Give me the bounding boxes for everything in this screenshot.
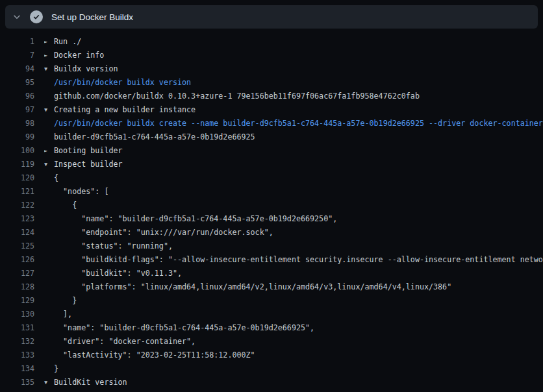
log-line[interactable]: 1 ► Run ./ bbox=[0, 35, 543, 49]
line-text: Run ./ bbox=[54, 35, 81, 49]
line-number[interactable]: 123 bbox=[0, 212, 34, 226]
log-line: 123 "name": "builder-d9cfb5a1-c764-445a-… bbox=[0, 212, 543, 226]
line-number[interactable]: 133 bbox=[0, 349, 34, 362]
line-text: "buildkitd-flags": "--allow-insecure-ent… bbox=[54, 253, 543, 267]
log-line[interactable]: 119 ▼ Inspect builder bbox=[0, 158, 543, 171]
line-text: Buildx version bbox=[54, 62, 118, 76]
line-content: ► Run ./ bbox=[44, 35, 543, 49]
line-text: "buildkit": "v0.11.3", bbox=[54, 267, 182, 280]
log-line[interactable]: 7 ► Docker info bbox=[0, 49, 543, 62]
line-number[interactable]: 127 bbox=[0, 267, 34, 280]
group-toggle-icon[interactable]: ▼ bbox=[44, 158, 54, 171]
line-number[interactable]: 121 bbox=[0, 185, 34, 199]
line-content: ▼ Inspect builder bbox=[44, 158, 543, 171]
log-line: 120 { bbox=[0, 171, 543, 185]
line-text: builder-d9cfb5a1-c764-445a-a57e-0b19d2e6… bbox=[54, 130, 255, 144]
line-number[interactable]: 125 bbox=[0, 239, 34, 253]
line-content: "lastActivity": "2023-02-25T11:58:12.000… bbox=[44, 349, 543, 362]
line-number[interactable]: 134 bbox=[0, 362, 34, 376]
group-toggle-icon[interactable]: ► bbox=[44, 144, 54, 158]
line-number[interactable]: 136 bbox=[0, 389, 34, 392]
line-number[interactable]: 100 bbox=[0, 144, 34, 158]
step-header[interactable]: Set up Docker Buildx bbox=[5, 5, 538, 29]
group-toggle-icon[interactable]: ▼ bbox=[44, 376, 54, 389]
line-text: github.com/docker/buildx 0.10.3+azure-1 … bbox=[54, 90, 420, 103]
log-line[interactable]: 94 ▼ Buildx version bbox=[0, 62, 543, 76]
line-number[interactable]: 128 bbox=[0, 280, 34, 294]
log-line[interactable]: 135 ▼ BuildKit version bbox=[0, 376, 543, 389]
line-text: Booting builder bbox=[54, 144, 123, 158]
log-line: 131 "name": "builder-d9cfb5a1-c764-445a-… bbox=[0, 321, 543, 335]
chevron-down-icon[interactable] bbox=[12, 12, 22, 22]
line-number[interactable]: 130 bbox=[0, 308, 34, 321]
line-content: { bbox=[44, 199, 543, 212]
line-number[interactable]: 132 bbox=[0, 335, 34, 349]
line-number[interactable]: 122 bbox=[0, 199, 34, 212]
line-content: ▼ BuildKit version bbox=[44, 376, 543, 389]
line-content: builder-d9cfb5a1-c764-445a-a57e-0b19d2e6… bbox=[44, 130, 543, 144]
log-line: 121 "nodes": [ bbox=[0, 185, 543, 199]
line-text: ], bbox=[54, 308, 72, 321]
log-line: 128 "platforms": "linux/amd64,linux/amd6… bbox=[0, 280, 543, 294]
line-content: ► Docker info bbox=[44, 49, 543, 62]
line-number[interactable]: 126 bbox=[0, 253, 34, 267]
log-line: 96 github.com/docker/buildx 0.10.3+azure… bbox=[0, 90, 543, 103]
line-text: "status": "running", bbox=[54, 239, 173, 253]
line-content: "nodes": [ bbox=[44, 185, 543, 199]
line-number[interactable]: 97 bbox=[0, 103, 34, 117]
log-line[interactable]: 100 ► Booting builder bbox=[0, 144, 543, 158]
line-number[interactable]: 124 bbox=[0, 226, 34, 239]
line-number[interactable]: 95 bbox=[0, 76, 34, 90]
line-content: "name": "builder-d9cfb5a1-c764-445a-a57e… bbox=[44, 321, 543, 335]
group-toggle-icon[interactable]: ▼ bbox=[44, 103, 54, 117]
line-text: "lastActivity": "2023-02-25T11:58:12.000… bbox=[54, 349, 255, 362]
line-text: Inspect builder bbox=[54, 158, 123, 171]
line-number[interactable]: 7 bbox=[0, 49, 34, 62]
group-toggle-icon[interactable]: ▼ bbox=[44, 62, 54, 76]
log-line: 126 "buildkitd-flags": "--allow-insecure… bbox=[0, 253, 543, 267]
line-text: Creating a new builder instance bbox=[54, 103, 196, 117]
log-line: 127 "buildkit": "v0.11.3", bbox=[0, 267, 543, 280]
line-text: "name": "builder-d9cfb5a1-c764-445a-a57e… bbox=[54, 212, 337, 226]
line-number[interactable]: 131 bbox=[0, 321, 34, 335]
line-content: "status": "running", bbox=[44, 239, 543, 253]
check-circle-icon bbox=[30, 10, 43, 23]
line-text: } bbox=[54, 362, 58, 376]
line-number[interactable]: 96 bbox=[0, 90, 34, 103]
line-number[interactable]: 135 bbox=[0, 376, 34, 389]
line-number[interactable]: 98 bbox=[0, 117, 34, 130]
line-text: } bbox=[54, 294, 77, 308]
log-lines: 1 ► Run ./ 7 ► Docker info 94 ▼ Buildx v… bbox=[0, 35, 543, 392]
group-toggle-icon[interactable]: ► bbox=[44, 35, 54, 49]
log-line: 133 "lastActivity": "2023-02-25T11:58:12… bbox=[0, 349, 543, 362]
line-content: "buildkit": "v0.11.3", bbox=[44, 267, 543, 280]
line-text: builder-d9cfb5a1-c764-445a-a57e-0b19d2e6… bbox=[54, 389, 301, 392]
line-number[interactable]: 119 bbox=[0, 158, 34, 171]
line-number[interactable]: 99 bbox=[0, 130, 34, 144]
line-number[interactable]: 120 bbox=[0, 171, 34, 185]
line-content: /usr/bin/docker buildx version bbox=[44, 76, 543, 90]
line-content: ► Booting builder bbox=[44, 144, 543, 158]
log-line: 134 } bbox=[0, 362, 543, 376]
log-line[interactable]: 97 ▼ Creating a new builder instance bbox=[0, 103, 543, 117]
line-content: { bbox=[44, 171, 543, 185]
line-number[interactable]: 1 bbox=[0, 35, 34, 49]
line-content: /usr/bin/docker buildx create --name bui… bbox=[44, 117, 543, 130]
line-content: github.com/docker/buildx 0.10.3+azure-1 … bbox=[44, 90, 543, 103]
log-line: 129 } bbox=[0, 294, 543, 308]
line-content: ▼ Creating a new builder instance bbox=[44, 103, 543, 117]
line-content: ], bbox=[44, 308, 543, 321]
line-text: "platforms": "linux/amd64,linux/amd64/v2… bbox=[54, 280, 451, 294]
group-toggle-icon[interactable]: ► bbox=[44, 49, 54, 62]
log-line: 125 "status": "running", bbox=[0, 239, 543, 253]
line-number[interactable]: 129 bbox=[0, 294, 34, 308]
line-content: "platforms": "linux/amd64,linux/amd64/v2… bbox=[44, 280, 543, 294]
log-line: 122 { bbox=[0, 199, 543, 212]
line-content: ▼ Buildx version bbox=[44, 62, 543, 76]
line-content: builder-d9cfb5a1-c764-445a-a57e-0b19d2e6… bbox=[44, 389, 543, 392]
line-text: "nodes": [ bbox=[54, 185, 108, 199]
log-line: 136 builder-d9cfb5a1-c764-445a-a57e-0b19… bbox=[0, 389, 543, 392]
line-text: { bbox=[54, 171, 58, 185]
line-number[interactable]: 94 bbox=[0, 62, 34, 76]
line-content: "name": "builder-d9cfb5a1-c764-445a-a57e… bbox=[44, 212, 543, 226]
